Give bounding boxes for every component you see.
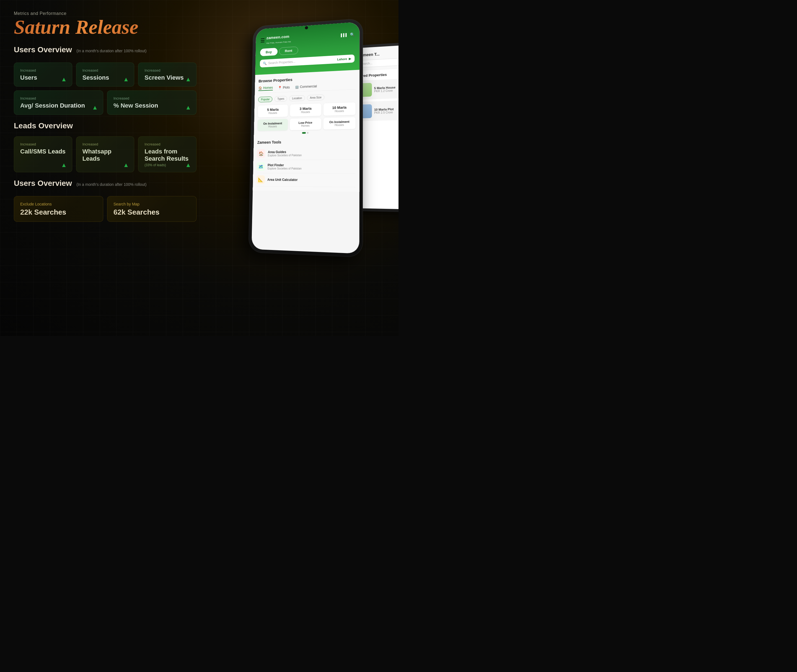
app-logo-text: zameen.com (266, 34, 289, 40)
card-screen-views: Increased Screen Views ▲ (138, 62, 196, 86)
app-header: ☰ zameen.com Har Pata, Humain Pata Hai ▌… (255, 22, 359, 75)
card-exclude-locations: Exclude Locations 22k Searches (14, 196, 103, 222)
app-logo-row: ☰ zameen.com Har Pata, Humain Pata Hai ▌… (260, 30, 355, 45)
card-call-label: Increased (20, 142, 66, 146)
filter-location[interactable]: Location (289, 95, 305, 101)
prop-3marla-type: Houses (292, 110, 319, 114)
search-section-subtitle: (In a month's duration after 100% rollou… (76, 182, 146, 187)
users-cards-row2: Increased Avg/ Session Duration ▲ Increa… (14, 90, 196, 115)
phone-screen: ☰ zameen.com Har Pata, Humain Pata Hai ▌… (252, 22, 360, 254)
main-content: Metrics and Performance Saturn Release U… (0, 0, 210, 240)
prop-card-lowprice[interactable]: Low Price Homes (290, 118, 321, 130)
filter-types[interactable]: Types (274, 96, 287, 102)
prop-tab-commercial[interactable]: 🏢 Commercial (295, 84, 317, 90)
card-users-label: Increased (20, 68, 66, 72)
card-exclude-title: 22k Searches (20, 208, 97, 216)
card-whatsapp-title: Whatsapp Leads (82, 148, 128, 163)
area-guides-name: Area Guides (268, 150, 302, 154)
prop-inst1-type: Houses (260, 125, 285, 128)
search-icon: 🔍 (350, 32, 355, 37)
card-leads-search-subtitle: (33% of leads) (144, 163, 190, 167)
card-leads-search-arrow: ▲ (185, 162, 191, 168)
card-map-label: Search by Map (114, 202, 190, 206)
card-users-title: Users (20, 74, 66, 81)
tools-title: Zameen Tools (257, 139, 356, 145)
plot-finder-name: Plot Finder (268, 163, 301, 167)
card-whatsapp-label: Increased (82, 142, 128, 146)
prop-card-instalment1[interactable]: On Instalment Houses (258, 119, 288, 131)
dot-1 (302, 132, 306, 134)
location-badge: Lahore (337, 57, 347, 61)
prop-tab-homes[interactable]: 🏠 Homes (258, 86, 273, 91)
header-section: Metrics and Performance Saturn Release (14, 11, 196, 37)
area-guides-sub: Explore Societies of Pakistan (268, 154, 302, 157)
area-calc-icon: 📐 (257, 175, 265, 184)
card-sessions-arrow: ▲ (123, 76, 129, 82)
card-screen-label: Increased (144, 68, 190, 72)
filter-row: Popular Types Location Area Size (258, 93, 356, 102)
leads-cards-row: Increased Call/SMS Leads ▲ Increased Wha… (14, 136, 196, 172)
prop-tab-plots[interactable]: 📍 Plots (278, 85, 290, 90)
prop-card-instalment2[interactable]: On Instalment Houses (323, 117, 356, 130)
card-users-arrow: ▲ (61, 76, 67, 82)
search-bar-icon: 🔍 (263, 61, 267, 65)
filter-popular[interactable]: Popular (258, 96, 273, 102)
prop-card-3marla[interactable]: 3 Marla Houses (290, 103, 321, 117)
card-new-session: Increased % New Session ▲ (107, 90, 196, 115)
home-icon: 🏠 (258, 86, 262, 90)
users-section-header: Users Overview (In a month's duration af… (14, 45, 196, 58)
card-map-title: 62k Searches (114, 208, 190, 216)
card-search-map: Search by Map 62k Searches (107, 196, 196, 222)
card-leads-search-title: Leads from Search Results (144, 148, 190, 163)
buy-rent-tabs: Buy Rent (260, 43, 355, 56)
search-bar[interactable]: 🔍 Search Properties... Lahore ▶ (260, 54, 354, 67)
prop-card-10marla[interactable]: 10 Marla Houses (323, 102, 356, 116)
location-arrow-icon: ▶ (349, 57, 351, 61)
card-avg-label: Increased (20, 96, 97, 101)
phone-back-card1-price: PKR 1.2 Crore (374, 89, 396, 93)
search-cards-row: Exclude Locations 22k Searches Search by… (14, 196, 196, 222)
card-new-session-arrow: ▲ (185, 104, 191, 110)
card-screen-arrow: ▲ (185, 76, 191, 82)
card-sessions: Increased Sessions ▲ (76, 62, 135, 86)
tools-section: Zameen Tools 🏠 Area Guides Explore Socie… (257, 139, 356, 187)
card-new-session-label: Increased (114, 96, 190, 101)
property-tabs: 🏠 Homes 📍 Plots 🏢 Commercial (258, 82, 356, 93)
card-avg-session: Increased Avg/ Session Duration ▲ (14, 90, 103, 115)
card-new-session-title: % New Session (114, 102, 190, 109)
card-whatsapp-arrow: ▲ (123, 162, 129, 168)
filter-area-size[interactable]: Area Size (307, 94, 324, 101)
prop-5marla-type: Houses (260, 111, 286, 115)
card-avg-arrow: ▲ (92, 104, 98, 110)
app-logo-tagline: Har Pata, Humain Pata Hai (266, 40, 291, 44)
phone-container: ☰ Zameen T... 🔍 Search... Featured Prope… (247, 15, 399, 332)
card-exclude-label: Exclude Locations (20, 202, 97, 206)
area-guides-icon: 🏠 (257, 149, 265, 158)
rent-tab[interactable]: Rent (279, 46, 298, 55)
prop-lowprice-type: Homes (292, 124, 319, 128)
main-title: Saturn Release (14, 17, 196, 37)
users-section-subtitle: (In a month's duration after 100% rollou… (76, 49, 146, 53)
signal-bars-icon: ▌▌▌ (341, 33, 348, 37)
buy-tab[interactable]: Buy (260, 48, 277, 56)
leads-section-header: Leads Overview (14, 122, 196, 132)
area-calc-name: Area Unit Calculator (267, 178, 298, 182)
card-call-sms: Increased Call/SMS Leads ▲ (14, 136, 72, 172)
search-section-header: Users Overview (In a month's duration af… (14, 179, 196, 192)
users-overview-section: Users Overview (In a month's duration af… (14, 45, 196, 115)
card-call-arrow: ▲ (61, 162, 67, 168)
search-section-title: Users Overview (14, 179, 72, 188)
leads-section-title: Leads Overview (14, 122, 73, 130)
prop-card-5marla[interactable]: 5 Marla Houses (258, 104, 288, 118)
dot-2 (307, 132, 309, 134)
users-section-title: Users Overview (14, 45, 72, 54)
tool-area-calc[interactable]: 📐 Area Unit Calculator (257, 173, 356, 187)
tool-plot-finder[interactable]: 🗺️ Plot Finder Explore Societies of Paki… (257, 160, 356, 174)
subtitle: Metrics and Performance (14, 11, 196, 16)
phone-back-card2-price: PKR 2.5 Crore (374, 110, 393, 114)
card-sessions-label: Increased (82, 68, 128, 72)
tool-area-guides[interactable]: 🏠 Area Guides Explore Societies of Pakis… (257, 146, 355, 160)
prop-10marla-type: Houses (326, 109, 353, 113)
plots-icon: 📍 (278, 86, 282, 90)
browse-title: Browse Properties (258, 74, 356, 83)
